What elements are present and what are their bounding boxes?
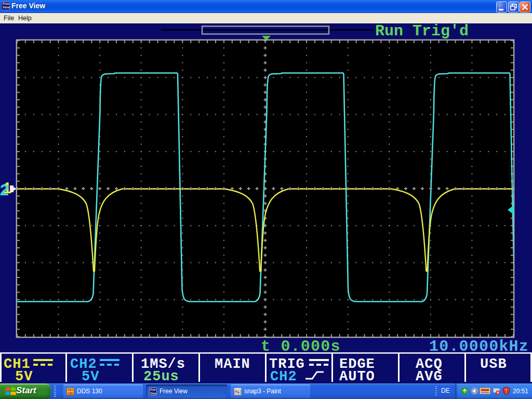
svg-text:TRIG: TRIG (269, 356, 305, 372)
svg-text:USB: USB (480, 356, 507, 372)
svg-text:25us: 25us (143, 369, 179, 384)
svg-text:5V: 5V (15, 369, 33, 384)
svg-text:CH2: CH2 (70, 356, 97, 372)
svg-text:5V: 5V (82, 369, 99, 384)
svg-text:1: 1 (2, 180, 12, 198)
svg-text:t 0.000s: t 0.000s (261, 338, 341, 355)
svg-text:Run Trig'd: Run Trig'd (375, 22, 469, 40)
svg-text:AVG: AVG (416, 369, 443, 384)
svg-text:EDGE: EDGE (339, 356, 375, 372)
svg-text:CH1: CH1 (4, 356, 31, 372)
svg-text:2: 2 (0, 182, 9, 200)
svg-text:10.0000kHz: 10.0000kHz (429, 338, 529, 355)
svg-text:ACQ: ACQ (416, 356, 443, 372)
svg-text:CH2: CH2 (270, 369, 297, 384)
svg-text:MAIN: MAIN (215, 356, 250, 372)
svg-text:AUTO: AUTO (339, 369, 375, 384)
svg-text:1MS/s: 1MS/s (141, 356, 185, 372)
